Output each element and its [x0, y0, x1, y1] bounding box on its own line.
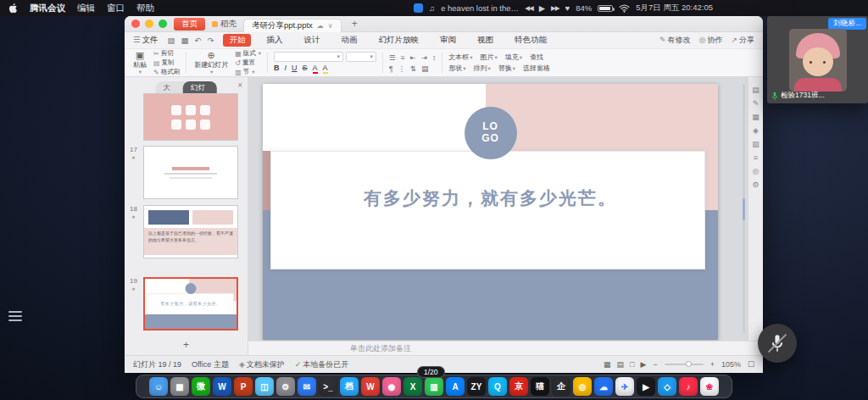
menubar-menu-edit[interactable]: 编辑 [77, 3, 95, 14]
font-family-select[interactable]: ▾ [274, 52, 343, 62]
menubar-menu-window[interactable]: 窗口 [107, 3, 125, 14]
zoom-slider[interactable] [665, 364, 704, 365]
dock-icon-zhiyun[interactable]: ZY [467, 377, 486, 396]
close-window-button[interactable] [131, 19, 140, 28]
italic-button[interactable]: I [285, 64, 287, 72]
dock-icon-preview[interactable]: ◫ [255, 377, 274, 396]
canvas-scrollbar[interactable] [743, 84, 745, 333]
picture-button[interactable]: 图片 [480, 53, 497, 62]
task-pane-icon[interactable]: ▤ [752, 86, 760, 94]
print-icon[interactable]: ▦ [181, 36, 189, 45]
docer-tab[interactable]: 稻壳 [212, 19, 236, 30]
textbox-button[interactable]: 文本框 [448, 53, 472, 62]
notes-bar[interactable]: 单击此处添加备注 [248, 341, 763, 355]
apple-menu-icon[interactable] [8, 3, 18, 14]
paragraph-format-icon[interactable]: ⋮ [398, 64, 406, 73]
dock-icon-wps[interactable]: W [361, 377, 380, 396]
slide-17-thumbnail[interactable] [143, 146, 238, 199]
task-pane-icon[interactable]: ⚙ [752, 181, 759, 189]
highlight-color-button[interactable]: A [323, 64, 328, 74]
menubar-clock[interactable]: 5月7日 周五 20:42:05 [636, 3, 713, 14]
dock-icon-safari[interactable]: ◇ [658, 377, 676, 396]
dock-icon-numbers[interactable]: ▥ [425, 377, 443, 396]
tab-review[interactable]: 审阅 [434, 34, 462, 47]
dock-icon-qq-penguin[interactable]: 企 [552, 377, 570, 396]
media-prev-icon[interactable]: ◀◀ [525, 4, 533, 12]
dock-icon-colorsync[interactable]: ◉ [382, 377, 401, 396]
view-mode-icon[interactable]: □ [630, 360, 634, 369]
underline-button[interactable]: U [292, 64, 298, 72]
meeting-video-panel[interactable]: 刘晓桥... 检验1731班... [767, 16, 868, 103]
task-pane-icon[interactable]: ▨ [752, 140, 760, 148]
dock-icon-word[interactable]: W [213, 377, 231, 396]
microphone-mute-button[interactable] [758, 324, 797, 363]
desktop-list-icon[interactable] [8, 308, 22, 324]
dock-icon-baidu-netdisk[interactable]: ☁ [594, 377, 613, 396]
wps-home-tab[interactable]: 首页 [174, 18, 205, 31]
strikethrough-button[interactable]: S [303, 64, 308, 72]
close-panel-icon[interactable]: × [237, 81, 242, 90]
dock-icon-tmall[interactable]: 猫 [531, 377, 549, 396]
dock-icon-wechat[interactable]: 微 [192, 377, 210, 396]
dock-icon-system-preferences[interactable]: ⚙ [276, 377, 295, 396]
dock-icon-finder[interactable]: ☺ [149, 377, 168, 396]
format-painter-button[interactable]: ✎格式刷 [153, 68, 180, 76]
paragraph-format-icon[interactable]: ▤ [421, 64, 428, 73]
font-size-select[interactable]: ▾ [346, 52, 376, 62]
replace-button[interactable]: 替换 [498, 64, 515, 73]
tab-special-features[interactable]: 特色功能 [509, 34, 553, 47]
slide-19-thumbnail[interactable]: 有多少努力，就有多少光芒。 [143, 277, 238, 331]
new-tab-button[interactable]: + [348, 18, 361, 30]
new-slide-button[interactable]: ⊕新建幻灯片 [192, 50, 230, 75]
task-pane-icon[interactable]: ◈ [753, 126, 759, 135]
paragraph-format-icon[interactable]: ⇅ [410, 64, 416, 73]
favorite-heart-icon[interactable]: ♥ [565, 3, 570, 13]
tencent-meeting-menubar-icon[interactable] [414, 3, 423, 13]
dock-icon-chrome[interactable]: ◎ [573, 377, 592, 396]
dock-icon-tencent-docs[interactable]: 档 [340, 377, 359, 396]
arrange-button[interactable]: 排列 [473, 64, 490, 73]
document-tab[interactable]: 考研分享ppt.pptx ☁ ∨ [243, 19, 342, 32]
dock-icon-app-store[interactable]: A [446, 377, 465, 396]
paragraph-format-icon[interactable]: ↕ [432, 53, 436, 62]
menubar-menu-help[interactable]: 帮助 [136, 3, 154, 14]
dock-icon-mail[interactable]: ✉ [298, 377, 316, 396]
task-pane-icon[interactable]: ✎ [753, 99, 760, 108]
slide-logo-circle[interactable]: LO GO [465, 107, 517, 159]
bold-button[interactable]: B [274, 64, 280, 72]
tab-view[interactable]: 视图 [471, 34, 499, 47]
tab-home[interactable]: 开始 [223, 34, 251, 47]
view-mode-icon[interactable]: ▶ [640, 360, 646, 369]
chevron-down-icon[interactable]: ∨ [328, 22, 333, 30]
tab-insert[interactable]: 插入 [260, 34, 288, 47]
selection-pane-button[interactable]: 选择窗格 [523, 64, 550, 73]
slide-canvas[interactable]: LO GO 有多少努力，就有多少光芒。 ▤✎▦◈▨≡◎⚙ [248, 77, 763, 341]
backup-status[interactable]: ✓本地备份已开 [295, 359, 349, 370]
media-play-icon[interactable]: ▶ [539, 3, 545, 13]
protection-status[interactable]: ◈文档未保护 [239, 359, 285, 370]
slide-16-thumbnail[interactable] [143, 93, 238, 141]
copy-button[interactable]: ▤复制 [153, 58, 180, 67]
add-slide-button[interactable]: + [183, 339, 189, 351]
shape-button[interactable]: 形状 [448, 64, 465, 73]
menubar-app-name[interactable]: 腾讯会议 [30, 3, 65, 14]
slide-title-text[interactable]: 有多少努力，就有多少光芒。 [263, 186, 718, 210]
dock-icon-qq[interactable]: Q [488, 377, 507, 396]
dock-icon-powerpoint[interactable]: P [234, 377, 253, 396]
dock-icon-photos[interactable]: ❀ [700, 377, 719, 396]
modified-status-button[interactable]: ✎有修改 [659, 35, 691, 46]
window-titlebar[interactable]: 首页 稻壳 考研分享ppt.pptx ☁ ∨ + [125, 16, 763, 32]
zoom-out-icon[interactable]: − [653, 360, 657, 369]
collaborate-button[interactable]: ◎协作 [699, 35, 723, 46]
redo-icon[interactable]: ↷ [207, 36, 214, 45]
now-playing-title[interactable]: e heaven lost in the sounc [441, 3, 519, 13]
paragraph-format-icon[interactable]: ≡ [401, 53, 405, 62]
task-pane-icon[interactable]: ▦ [752, 113, 760, 121]
task-pane-icon[interactable]: ≡ [754, 153, 758, 162]
find-button[interactable]: 查找 [530, 53, 543, 62]
paragraph-format-icon[interactable]: ☰ [389, 53, 396, 62]
dock-icon-music[interactable]: ♪ [679, 377, 698, 396]
zoom-level[interactable]: 105% [721, 360, 741, 369]
dock-icon-terminal[interactable]: >_ [319, 377, 337, 396]
zoom-window-button[interactable] [159, 19, 167, 28]
